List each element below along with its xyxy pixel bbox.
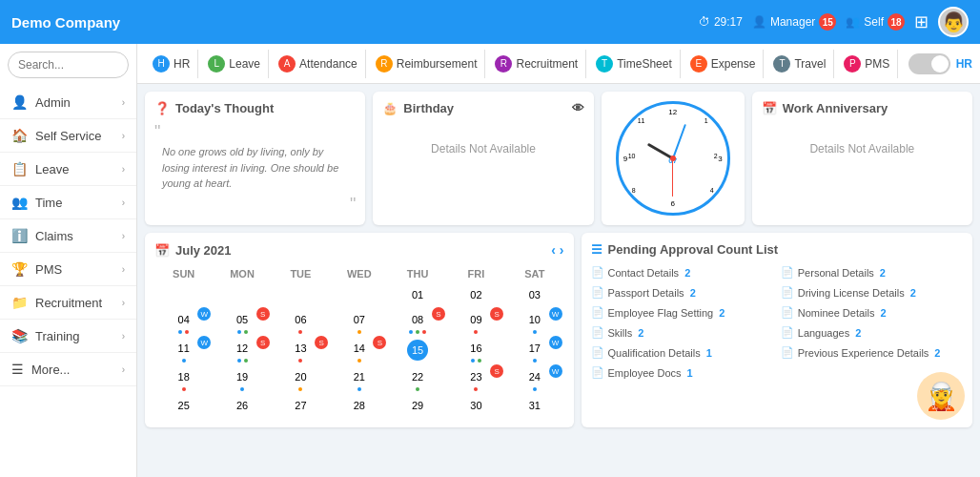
pending-item-count: 2 — [880, 267, 886, 279]
sidebar-item-pms[interactable]: 🏆 PMS › — [0, 253, 136, 286]
calendar-cell[interactable]: 19 — [213, 364, 271, 393]
pending-item[interactable]: 📄Languages 2 — [781, 324, 963, 341]
sidebar-item-training[interactable]: 📚 Training › — [0, 320, 136, 353]
calendar-cell[interactable]: 15 — [388, 336, 446, 364]
calendar-dot — [474, 330, 478, 334]
sidebar-item-claims[interactable]: ℹ️ Claims › — [0, 219, 136, 253]
calendar-dot — [244, 330, 248, 334]
calendar-cell[interactable]: 05S — [213, 307, 271, 336]
calendar-cell[interactable]: 03 — [505, 282, 563, 307]
calendar-cell[interactable]: 16 — [447, 336, 505, 364]
calendar-cell[interactable]: 04W — [154, 307, 213, 336]
nav-leave[interactable]: L Leave — [200, 50, 269, 78]
calendar-date: 21 — [349, 366, 370, 387]
birthday-eye-icon[interactable]: 👁 — [572, 101, 584, 115]
pending-item[interactable]: 📄Passport Details 2 — [591, 284, 773, 301]
calendar-cell[interactable]: 27 — [272, 393, 330, 418]
pending-item[interactable]: 📄Personal Details 2 — [781, 264, 963, 280]
nav-attendance[interactable]: A Attendance — [271, 50, 366, 78]
calendar-cell[interactable]: 21 — [330, 364, 388, 393]
clock-icon: ⏱ — [699, 15, 710, 29]
sidebar-item-more[interactable]: ☰ More... › — [0, 353, 136, 386]
sidebar-item-selfservice[interactable]: 🏠 Self Service › — [0, 119, 136, 153]
calendar-date: 09 — [465, 309, 486, 330]
calendar-date: 07 — [349, 309, 370, 330]
nav-pms[interactable]: P PMS — [836, 50, 898, 78]
calendar-cell[interactable]: 20 — [272, 364, 330, 393]
pending-item[interactable]: 📄Qualification Details 1 — [591, 344, 773, 361]
nav-recruitment[interactable]: R Recruitment — [487, 50, 586, 78]
calendar-cell[interactable]: 24W — [505, 364, 563, 393]
calendar-cell[interactable]: 12S — [213, 336, 271, 364]
pending-item[interactable]: 📄Employee Docs 1 — [591, 364, 773, 381]
calendar-date: 11 — [174, 338, 194, 359]
calendar-cell[interactable]: 17W — [505, 336, 563, 364]
chevron-icon: › — [122, 97, 125, 108]
nav-reimbursement[interactable]: R Reimbursement — [368, 50, 486, 78]
sidebar-item-leave[interactable]: 📋 Leave › — [0, 153, 136, 186]
calendar-badge: W — [549, 364, 562, 378]
pending-item-icon: 📄 — [591, 326, 604, 339]
claims-icon: ℹ️ — [11, 228, 28, 243]
clock-num-11: 11 — [638, 117, 645, 124]
pending-item-icon: 📄 — [781, 286, 794, 299]
calendar-cell[interactable]: 26 — [213, 393, 271, 418]
nav-expense[interactable]: E Expense — [683, 50, 765, 78]
attendance-icon: A — [278, 55, 296, 73]
nav-hr[interactable]: H HR — [145, 50, 198, 78]
clock-num-6: 6 — [670, 199, 674, 208]
main-layout: 👤 Admin › 🏠 Self Service › 📋 Leave › 👥 T… — [0, 44, 980, 477]
calendar-cell[interactable]: 30 — [447, 393, 505, 418]
nav-timesheet[interactable]: T TimeSheet — [588, 50, 681, 78]
calendar-cell[interactable]: 02 — [447, 282, 505, 307]
sidebar-item-label: Recruitment — [35, 296, 102, 310]
calendar-date: 24 — [524, 366, 545, 387]
calendar-dots — [274, 359, 328, 363]
calendar-date: 28 — [349, 395, 370, 416]
self-badge: 👥 Self 18 — [846, 13, 905, 31]
avatar[interactable]: 👨 — [938, 7, 969, 37]
calendar-cell[interactable]: 22 — [388, 364, 446, 393]
calendar-dot — [298, 387, 302, 391]
calendar-cell[interactable]: 18 — [154, 364, 213, 393]
grid-icon[interactable]: ⊞ — [914, 11, 929, 32]
next-month-button[interactable]: › — [560, 242, 564, 258]
sidebar-item-admin[interactable]: 👤 Admin › — [0, 86, 136, 119]
calendar-cell[interactable]: 13S — [272, 336, 330, 364]
hr-toggle-switch[interactable] — [909, 53, 950, 74]
nav-travel-label: Travel — [794, 57, 826, 71]
calendar-cell[interactable]: 11W — [154, 336, 213, 364]
nav-travel[interactable]: T Travel — [766, 50, 834, 78]
pending-item[interactable]: 📄Contact Details 2 — [591, 264, 773, 280]
pending-item[interactable]: 📄Driving License Details 2 — [781, 284, 963, 301]
reimbursement-icon: R — [376, 55, 393, 73]
calendar-cell[interactable]: 28 — [330, 393, 388, 418]
calendar-cell[interactable]: 06 — [272, 307, 330, 336]
manager-icon: 👤 — [752, 15, 766, 29]
calendar-cell[interactable]: 29 — [388, 393, 446, 418]
calendar-cell[interactable]: 31 — [505, 393, 563, 418]
calendar-cell[interactable]: 07 — [330, 307, 388, 336]
search-input[interactable] — [8, 52, 129, 78]
sidebar-item-label: Admin — [35, 95, 71, 110]
calendar-cell[interactable]: 25 — [154, 393, 213, 418]
calendar-date: 19 — [232, 366, 253, 387]
pending-item[interactable]: 📄Employee Flag Setting 2 — [591, 304, 773, 321]
calendar-date: 18 — [174, 366, 194, 387]
sidebar-item-recruitment[interactable]: 📁 Recruitment › — [0, 286, 136, 320]
pending-item-count: 1 — [706, 347, 712, 359]
calendar-cell[interactable]: 10W — [505, 307, 563, 336]
prev-month-button[interactable]: ‹ — [551, 242, 556, 258]
pending-item[interactable]: 📄Nominee Details 2 — [781, 304, 963, 321]
pending-item[interactable]: 📄Skills 2 — [591, 324, 773, 341]
sidebar-item-time[interactable]: 👥 Time › — [0, 186, 136, 219]
calendar-dots — [449, 330, 503, 334]
calendar-cell[interactable]: 23S — [447, 364, 505, 393]
calendar-cell[interactable]: 14S — [330, 336, 388, 364]
calendar-dots — [507, 387, 561, 391]
pending-item[interactable]: 📄Previous Experience Details 2 — [781, 344, 963, 361]
calendar-cell[interactable]: 08S — [388, 307, 446, 336]
pending-item-icon: 📄 — [591, 306, 604, 319]
calendar-cell[interactable]: 01 — [388, 282, 446, 307]
calendar-cell[interactable]: 09S — [447, 307, 505, 336]
